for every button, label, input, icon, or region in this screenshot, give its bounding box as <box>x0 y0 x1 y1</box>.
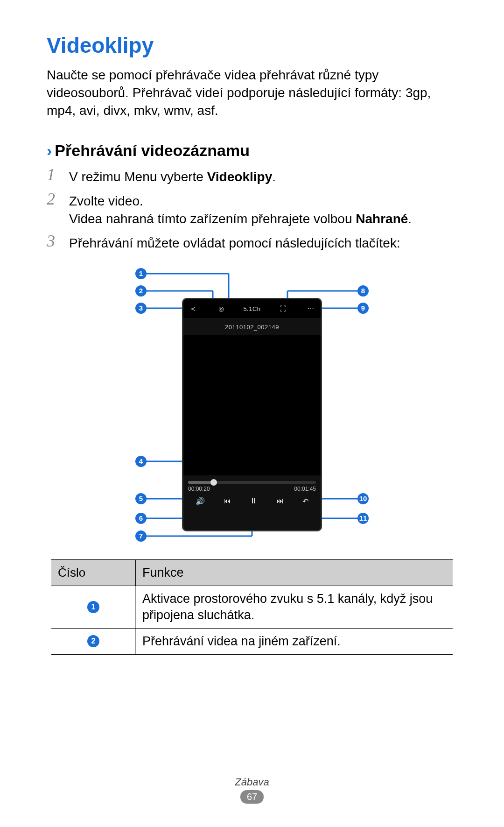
back-icon: ↶ <box>302 497 308 506</box>
step-text-bold: Videoklipy <box>207 170 273 184</box>
steps-list: 1 V režimu Menu vyberte Videoklipy. 2 Zv… <box>47 166 457 252</box>
table-header-col1: Číslo <box>51 560 135 586</box>
callout-bubble: 10 <box>357 493 369 504</box>
page-number-badge: 67 <box>240 790 264 804</box>
step-number: 1 <box>47 166 61 186</box>
callout-bubble: 3 <box>135 303 147 314</box>
page-footer: Zábava 67 <box>0 776 504 804</box>
step-text: Videa nahraná tímto zařízením přehrajete… <box>69 210 412 228</box>
number-bubble: 2 <box>87 635 99 647</box>
time-total: 00:01:45 <box>294 486 316 492</box>
callout-bubble: 11 <box>357 513 369 524</box>
callout-bubble: 7 <box>135 530 147 542</box>
table-header-col2: Funkce <box>136 560 453 586</box>
video-filename: 20110102_002149 <box>183 319 321 335</box>
step-text: Videa nahraná tímto zařízením přehrajete… <box>69 212 356 226</box>
table-row: 1 Aktivace prostorového zvuku s 5.1 kaná… <box>51 586 453 629</box>
seek-times: 00:00:20 00:01:45 <box>188 486 316 492</box>
playback-controls: 🔊 ⏮ ⏸ ⏭ ↶ <box>183 493 321 509</box>
step-text-bold: Nahrané <box>356 212 408 226</box>
callout-bubble: 9 <box>357 303 369 314</box>
step-text: . <box>272 170 276 184</box>
step-body: Přehrávání můžete ovládat pomocí následu… <box>69 233 400 252</box>
table-cell-desc: Aktivace prostorového zvuku s 5.1 kanály… <box>136 586 453 628</box>
allshare-icon: ◎ <box>215 305 227 312</box>
callout-bubble: 8 <box>357 285 369 297</box>
footer-section-label: Zábava <box>0 776 504 788</box>
step-number: 3 <box>47 233 61 252</box>
table-cell-desc: Přehrávání videa na jiném zařízení. <box>136 629 453 654</box>
callout-bubble: 6 <box>135 513 147 524</box>
previous-icon: ⏮ <box>224 497 231 505</box>
seek-track <box>188 481 316 484</box>
seek-fill <box>188 481 214 484</box>
time-elapsed: 00:00:20 <box>188 486 210 492</box>
pause-icon: ⏸ <box>250 497 257 505</box>
step-body: V režimu Menu vyberte Videoklipy. <box>69 166 276 186</box>
seek-knob <box>210 479 217 486</box>
volume-icon: 🔊 <box>196 497 205 506</box>
chevron-right-icon: › <box>47 141 52 159</box>
device-mockup: ≺ ◎ 5.1Ch ⛶ ⋯ 20110102_002149 00:00:20 0… <box>182 298 322 531</box>
table-row: 2 Přehrávání videa na jiném zařízení. <box>51 629 453 655</box>
next-icon: ⏭ <box>276 497 284 505</box>
seek-bar-area: 00:00:20 00:01:45 <box>183 475 321 493</box>
intro-paragraph: Naučte se pomocí přehrávače videa přehrá… <box>47 66 457 119</box>
page-title: Videoklipy <box>47 33 457 58</box>
video-player-diagram: ≺ ◎ 5.1Ch ⛶ ⋯ 20110102_002149 00:00:20 0… <box>89 265 415 545</box>
player-top-bar: ≺ ◎ 5.1Ch ⛶ ⋯ <box>183 299 321 319</box>
subheading: ›Přehrávání videozáznamu <box>47 141 457 160</box>
surround-51-label: 5.1Ch <box>243 305 260 312</box>
callout-bubble: 1 <box>135 268 147 279</box>
step-text: V režimu Menu vyberte <box>69 170 207 184</box>
subheading-text: Přehrávání videozáznamu <box>55 141 250 159</box>
table-cell-number: 2 <box>51 629 135 654</box>
more-icon: ⋯ <box>305 305 317 312</box>
step-text: . <box>408 212 412 226</box>
callout-bubble: 5 <box>135 493 147 504</box>
step-number: 2 <box>47 191 61 228</box>
step-3: 3 Přehrávání můžete ovládat pomocí násle… <box>47 233 457 252</box>
step-2: 2 Zvolte video. Videa nahraná tímto zaří… <box>47 191 457 228</box>
number-bubble: 1 <box>87 601 99 613</box>
function-table: Číslo Funkce 1 Aktivace prostorového zvu… <box>51 559 453 655</box>
step-body: Zvolte video. Videa nahraná tímto zaříze… <box>69 191 412 228</box>
table-header: Číslo Funkce <box>51 559 453 586</box>
callout-bubble: 2 <box>135 285 147 297</box>
callout-bubble: 4 <box>135 456 147 467</box>
step-text: Zvolte video. <box>69 192 412 210</box>
share-icon: ≺ <box>187 305 199 312</box>
video-area <box>183 335 321 475</box>
step-1: 1 V režimu Menu vyberte Videoklipy. <box>47 166 457 186</box>
table-cell-number: 1 <box>51 586 135 628</box>
fullscreen-icon: ⛶ <box>277 305 289 312</box>
